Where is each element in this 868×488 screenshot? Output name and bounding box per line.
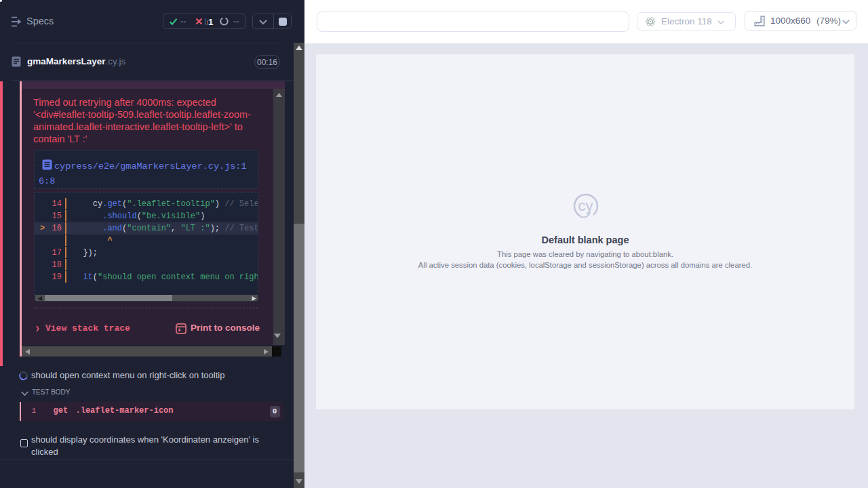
svg-text:cy: cy [578,197,593,214]
